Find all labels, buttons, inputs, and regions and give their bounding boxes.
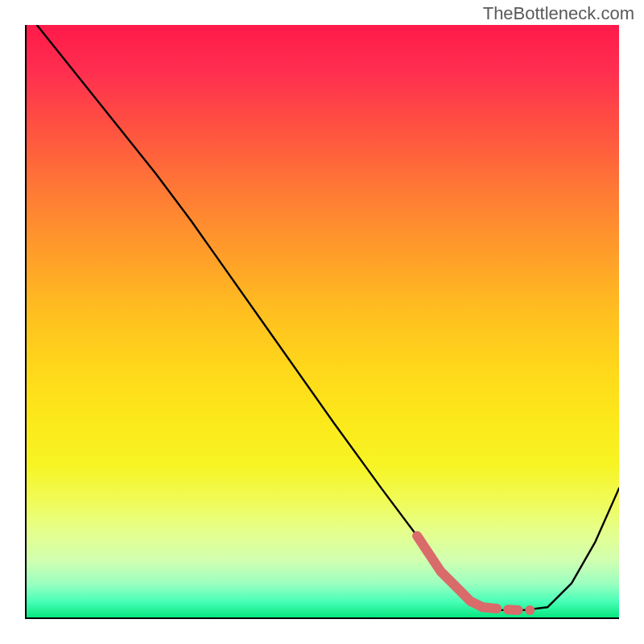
- highlight-solid: [417, 536, 482, 608]
- chart-container: TheBottleneck.com: [0, 0, 644, 644]
- highlight-dash: [482, 607, 518, 610]
- curve-layer: [25, 25, 619, 619]
- main-curve: [37, 25, 619, 610]
- highlight-dot: [525, 605, 535, 615]
- plot-area: [25, 25, 619, 619]
- watermark-text: TheBottleneck.com: [483, 3, 634, 24]
